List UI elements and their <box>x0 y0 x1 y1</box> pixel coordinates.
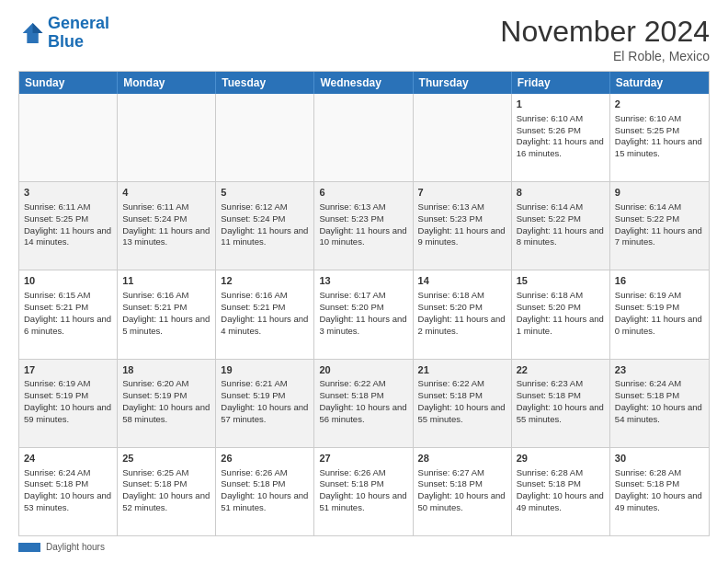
sunset-text: Sunset: 5:19 PM <box>122 390 210 402</box>
day-number: 13 <box>319 274 407 288</box>
calendar-cell: 22Sunrise: 6:23 AMSunset: 5:18 PMDayligh… <box>512 360 610 447</box>
sunset-text: Sunset: 5:18 PM <box>615 478 704 490</box>
day-number: 1 <box>517 98 605 111</box>
sunrise-text: Sunrise: 6:26 AM <box>221 467 309 479</box>
sunset-text: Sunset: 5:18 PM <box>221 478 309 490</box>
calendar-body: 1Sunrise: 6:10 AMSunset: 5:26 PMDaylight… <box>19 94 709 535</box>
location: El Roble, Mexico <box>500 49 710 63</box>
calendar-header: SundayMondayTuesdayWednesdayThursdayFrid… <box>19 72 709 94</box>
calendar-cell <box>118 94 216 181</box>
sunrise-text: Sunrise: 6:28 AM <box>615 467 704 479</box>
sunrise-text: Sunrise: 6:18 AM <box>418 290 506 302</box>
sunrise-text: Sunrise: 6:22 AM <box>418 378 506 390</box>
week-row-3: 10Sunrise: 6:15 AMSunset: 5:21 PMDayligh… <box>19 270 709 358</box>
calendar-cell: 10Sunrise: 6:15 AMSunset: 5:21 PMDayligh… <box>19 270 118 358</box>
sunrise-text: Sunrise: 6:16 AM <box>221 290 309 302</box>
title-block: November 2024 El Roble, Mexico <box>500 15 710 63</box>
day-number: 5 <box>221 186 309 200</box>
calendar-cell: 19Sunrise: 6:21 AMSunset: 5:19 PMDayligh… <box>216 360 314 447</box>
day-number: 21 <box>418 363 506 377</box>
daylight-text: Daylight: 10 hours and 56 minutes. <box>319 402 407 426</box>
sunset-text: Sunset: 5:25 PM <box>615 125 704 137</box>
day-number: 22 <box>517 363 605 377</box>
sunrise-text: Sunrise: 6:27 AM <box>418 467 506 479</box>
sunrise-text: Sunrise: 6:14 AM <box>517 201 605 213</box>
logo: General Blue <box>18 15 109 52</box>
daylight-text: Daylight: 10 hours and 57 minutes. <box>221 402 309 426</box>
sunrise-text: Sunrise: 6:15 AM <box>24 290 112 302</box>
daylight-text: Daylight: 10 hours and 58 minutes. <box>122 402 210 426</box>
calendar-cell: 5Sunrise: 6:12 AMSunset: 5:24 PMDaylight… <box>216 182 314 270</box>
calendar-cell <box>314 94 413 181</box>
daylight-text: Daylight: 11 hours and 10 minutes. <box>319 225 407 249</box>
sunrise-text: Sunrise: 6:14 AM <box>615 201 704 213</box>
sunrise-text: Sunrise: 6:11 AM <box>24 201 112 213</box>
daylight-text: Daylight: 11 hours and 14 minutes. <box>24 225 112 249</box>
sunset-text: Sunset: 5:21 PM <box>221 302 309 314</box>
sunset-text: Sunset: 5:18 PM <box>615 390 704 402</box>
sunrise-text: Sunrise: 6:17 AM <box>319 290 407 302</box>
daylight-text: Daylight: 11 hours and 13 minutes. <box>122 225 210 249</box>
day-number: 29 <box>517 452 605 465</box>
calendar-cell: 11Sunrise: 6:16 AMSunset: 5:21 PMDayligh… <box>118 270 216 358</box>
day-number: 11 <box>122 274 210 288</box>
footer-label: Daylight hours <box>46 542 105 552</box>
calendar-cell: 1Sunrise: 6:10 AMSunset: 5:26 PMDaylight… <box>512 94 610 181</box>
day-number: 30 <box>615 452 704 465</box>
sunrise-text: Sunrise: 6:16 AM <box>122 290 210 302</box>
day-number: 2 <box>615 98 704 111</box>
daylight-text: Daylight: 11 hours and 7 minutes. <box>615 225 704 249</box>
calendar-cell: 15Sunrise: 6:18 AMSunset: 5:20 PMDayligh… <box>512 270 610 358</box>
sunset-text: Sunset: 5:22 PM <box>517 213 605 225</box>
day-number: 27 <box>319 452 407 465</box>
day-number: 28 <box>418 452 506 465</box>
daylight-text: Daylight: 11 hours and 0 minutes. <box>615 314 704 338</box>
calendar-cell: 8Sunrise: 6:14 AMSunset: 5:22 PMDaylight… <box>512 182 610 270</box>
day-number: 6 <box>319 186 407 200</box>
calendar-cell: 25Sunrise: 6:25 AMSunset: 5:18 PMDayligh… <box>118 448 216 535</box>
header-day-thursday: Thursday <box>414 72 512 94</box>
sunrise-text: Sunrise: 6:25 AM <box>122 467 210 479</box>
sunrise-text: Sunrise: 6:13 AM <box>418 201 506 213</box>
week-row-1: 1Sunrise: 6:10 AMSunset: 5:26 PMDaylight… <box>19 94 709 181</box>
sunrise-text: Sunrise: 6:10 AM <box>517 113 605 125</box>
header-day-monday: Monday <box>118 72 216 94</box>
sunset-text: Sunset: 5:18 PM <box>418 478 506 490</box>
sunset-text: Sunset: 5:24 PM <box>122 213 210 225</box>
sunrise-text: Sunrise: 6:23 AM <box>517 378 605 390</box>
calendar: SundayMondayTuesdayWednesdayThursdayFrid… <box>18 71 710 536</box>
day-number: 16 <box>615 274 704 288</box>
daylight-text: Daylight: 11 hours and 3 minutes. <box>319 314 407 338</box>
daylight-text: Daylight: 11 hours and 15 minutes. <box>615 136 704 160</box>
daylight-text: Daylight: 10 hours and 50 minutes. <box>418 490 506 514</box>
footer-note: Daylight hours <box>18 542 710 552</box>
daylight-text: Daylight: 11 hours and 6 minutes. <box>24 314 112 338</box>
daylight-text: Daylight: 11 hours and 4 minutes. <box>221 314 309 338</box>
sunrise-text: Sunrise: 6:13 AM <box>319 201 407 213</box>
calendar-cell: 2Sunrise: 6:10 AMSunset: 5:25 PMDaylight… <box>610 94 709 181</box>
calendar-cell <box>216 94 314 181</box>
calendar-cell: 20Sunrise: 6:22 AMSunset: 5:18 PMDayligh… <box>314 360 413 447</box>
daylight-text: Daylight: 10 hours and 59 minutes. <box>24 402 112 426</box>
sunset-text: Sunset: 5:18 PM <box>517 390 605 402</box>
daylight-text: Daylight: 11 hours and 5 minutes. <box>122 314 210 338</box>
sunrise-text: Sunrise: 6:18 AM <box>517 290 605 302</box>
day-number: 25 <box>122 452 210 465</box>
calendar-cell: 14Sunrise: 6:18 AMSunset: 5:20 PMDayligh… <box>414 270 512 358</box>
daylight-text: Daylight: 11 hours and 9 minutes. <box>418 225 506 249</box>
calendar-cell: 4Sunrise: 6:11 AMSunset: 5:24 PMDaylight… <box>118 182 216 270</box>
sunrise-text: Sunrise: 6:24 AM <box>615 378 704 390</box>
sunrise-text: Sunrise: 6:11 AM <box>122 201 210 213</box>
header: General Blue November 2024 El Roble, Mex… <box>18 15 710 63</box>
day-number: 24 <box>24 452 112 465</box>
sunset-text: Sunset: 5:20 PM <box>517 302 605 314</box>
calendar-cell: 30Sunrise: 6:28 AMSunset: 5:18 PMDayligh… <box>610 448 709 535</box>
sunset-text: Sunset: 5:18 PM <box>24 478 112 490</box>
month-title: November 2024 <box>500 15 710 49</box>
calendar-cell: 24Sunrise: 6:24 AMSunset: 5:18 PMDayligh… <box>19 448 118 535</box>
daylight-text: Daylight: 11 hours and 8 minutes. <box>517 225 605 249</box>
page: General Blue November 2024 El Roble, Mex… <box>0 0 728 563</box>
day-number: 15 <box>517 274 605 288</box>
day-number: 9 <box>615 186 704 200</box>
sunset-text: Sunset: 5:19 PM <box>24 390 112 402</box>
